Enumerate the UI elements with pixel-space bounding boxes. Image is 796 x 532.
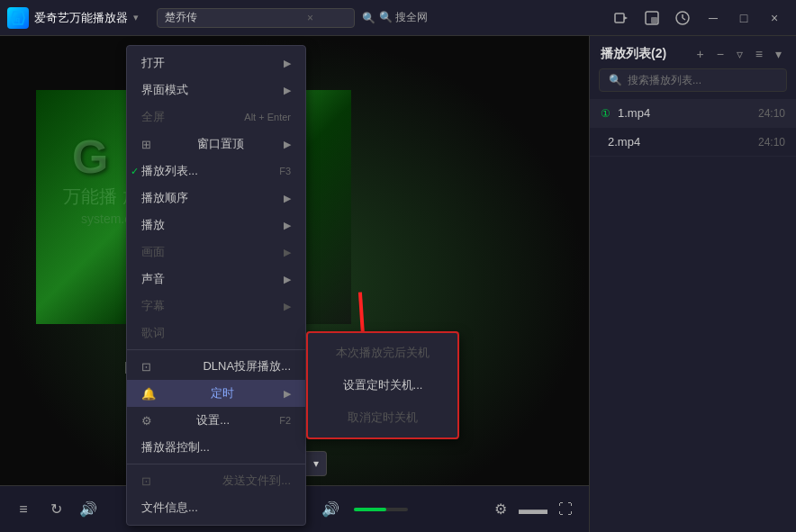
fullscreen-btn[interactable]: ⛶ (553, 497, 578, 522)
submenu-item-cancel-timer[interactable]: 取消定时关机 (308, 401, 457, 434)
svg-text:iq: iq (14, 15, 20, 23)
send-file-icon: ⊡ (141, 474, 151, 488)
menu-ui-mode-arrow: ▶ (284, 85, 291, 96)
menu-open-arrow: ▶ (284, 58, 291, 69)
sidebar-collapse-btn[interactable]: ▾ (772, 45, 785, 63)
playlist-item-1-name: 1.mp4 (618, 106, 758, 120)
menu-playlist-shortcut: F3 (279, 166, 291, 176)
playlist-item-2-duration: 24:10 (758, 136, 785, 149)
menu-settings-shortcut: F2 (279, 415, 291, 426)
menu-play-label: 播放 (141, 217, 165, 233)
menu-open-label: 打开 (141, 55, 165, 71)
menu-image-arrow: ▶ (284, 247, 291, 258)
volume-fill (354, 508, 386, 511)
menu-window-top-arrow: ▶ (284, 139, 291, 150)
dlna-icon: ⊡ (141, 360, 151, 374)
sidebar-search: 🔍 (599, 68, 787, 92)
menu-item-play-order[interactable]: 播放顺序 ▶ (127, 185, 305, 212)
menu-item-fullscreen[interactable]: 全屏 Alt + Enter (127, 104, 305, 131)
minimize-btn[interactable]: ─ (699, 5, 728, 31)
menu-item-window-top[interactable]: ⊞ 窗口置顶 ▶ (127, 131, 305, 158)
menu-item-subtitle[interactable]: 字幕 ▶ (127, 293, 305, 320)
svg-rect-5 (651, 17, 657, 23)
sidebar-filter-btn[interactable]: ▿ (733, 45, 746, 63)
barrage-btn[interactable]: ▬▬ (520, 497, 546, 522)
settings-menu-icon: ⚙ (141, 414, 152, 428)
maximize-btn[interactable]: □ (729, 5, 758, 31)
playlist-toggle-btn[interactable]: ≡ (11, 497, 36, 522)
menu-timer-arrow: ▶ (284, 388, 291, 400)
search-clear-btn[interactable]: × (307, 12, 313, 24)
menu-separator-1 (127, 349, 305, 350)
file-btn-dropdown[interactable]: ▾ (306, 451, 327, 476)
menu-play-order-arrow: ▶ (284, 193, 291, 204)
settings-ctrl-btn[interactable]: ⚙ (488, 497, 513, 522)
submenu-timer: 本次播放完后关机 设置定时关机... 取消定时关机 (306, 331, 459, 439)
menu-item-settings[interactable]: ⚙ 设置... F2 (127, 407, 305, 434)
search-bar: × (157, 8, 355, 28)
submenu-item-set-timer[interactable]: 设置定时关机... (308, 369, 457, 401)
menu-sound-label: 声音 (141, 271, 165, 287)
menu-item-image[interactable]: 画面 ▶ (127, 239, 305, 266)
playlist-item-1-duration: 24:10 (758, 107, 785, 120)
sidebar-remove-btn[interactable]: − (713, 45, 728, 63)
sidebar-search-icon: 🔍 (609, 74, 622, 86)
menu-item-send-file[interactable]: ⊡ 发送文件到... (127, 467, 305, 494)
app-logo-icon: iq (7, 7, 29, 29)
menu-item-play[interactable]: 播放 ▶ (127, 212, 305, 239)
menu-item-lyrics[interactable]: 歌词 (127, 320, 305, 347)
sidebar-list-btn[interactable]: ≡ (752, 45, 766, 63)
sidebar-search-input[interactable] (628, 74, 777, 86)
menu-image-label: 画面 (141, 244, 165, 260)
search-icon: 🔍 (362, 12, 375, 24)
menu-lyrics-label: 歌词 (141, 325, 165, 341)
record-btn[interactable] (607, 5, 636, 31)
menu-file-info-label: 文件信息... (141, 500, 198, 516)
menu-item-sound[interactable]: 声音 ▶ (127, 266, 305, 293)
menu-item-dlna[interactable]: ⊡ DLNA投屏播放... (127, 353, 305, 380)
menu-sound-arrow: ▶ (284, 274, 291, 285)
app-chevron: ▾ (133, 12, 139, 23)
menu-send-file-label: 发送文件到... (222, 473, 291, 489)
submenu-cancel-timer-label: 取消定时关机 (348, 410, 418, 424)
menu-ui-mode-label: 界面模式 (141, 82, 188, 98)
menu-playlist-label: 播放列表... (141, 163, 198, 179)
pip-btn[interactable] (638, 5, 666, 31)
context-menu: 打开 ▶ 界面模式 ▶ 全屏 Alt + Enter ⊞ 窗口置顶 ▶ 播放列表… (126, 45, 306, 526)
close-btn[interactable]: × (760, 5, 789, 31)
menu-window-top-label: 窗口置顶 (197, 136, 244, 152)
clock-btn[interactable] (668, 5, 697, 31)
menu-item-player-ctrl[interactable]: 播放器控制... (127, 434, 305, 461)
menu-item-timer[interactable]: 🔔 定时 ▶ (127, 380, 305, 407)
submenu-item-shutdown-after[interactable]: 本次播放完后关机 (308, 337, 457, 369)
playlist-item-2[interactable]: 2.mp4 24:10 (590, 128, 796, 157)
menu-item-file-info[interactable]: 文件信息... (127, 494, 305, 521)
sidebar: 播放列表(2) + − ▿ ≡ ▾ 🔍 ① 1.mp4 24:10 2.mp4 … (589, 36, 796, 532)
menu-item-ui-mode[interactable]: 界面模式 ▶ (127, 77, 305, 104)
sidebar-add-btn[interactable]: + (692, 45, 707, 63)
loop-btn[interactable]: ↻ (43, 497, 68, 522)
volume-btn[interactable]: 🔊 (318, 497, 343, 522)
menu-dlna-label: DLNA投屏播放... (203, 358, 291, 374)
menu-settings-label: 设置... (196, 412, 230, 428)
playlist-item-1[interactable]: ① 1.mp4 24:10 (590, 99, 796, 128)
search-input[interactable] (165, 12, 300, 24)
sidebar-title: 播放列表(2) (601, 46, 687, 62)
search-web-btn[interactable]: 🔍 🔍 搜全网 (355, 8, 435, 27)
volume-slider[interactable] (354, 508, 408, 511)
titlebar: iq 爱奇艺万能播放器 ▾ × 🔍 🔍 搜全网 ─ □ × (0, 0, 796, 36)
window-top-icon: ⊞ (141, 138, 151, 151)
menu-play-arrow: ▶ (284, 220, 291, 231)
menu-item-playlist[interactable]: 播放列表... F3 (127, 158, 305, 185)
playlist-item-1-num: ① (601, 107, 611, 120)
speaker-btn[interactable]: 🔊 (76, 497, 101, 522)
menu-play-order-label: 播放顺序 (141, 190, 188, 206)
menu-item-open[interactable]: 打开 ▶ (127, 50, 305, 77)
submenu-set-timer-label: 设置定时关机... (343, 378, 423, 392)
menu-fullscreen-shortcut: Alt + Enter (244, 112, 291, 122)
menu-subtitle-arrow: ▶ (284, 301, 291, 312)
submenu-shutdown-after-label: 本次播放完后关机 (336, 346, 430, 359)
app-logo[interactable]: iq 爱奇艺万能播放器 ▾ (7, 7, 139, 29)
menu-player-ctrl-label: 播放器控制... (141, 439, 210, 455)
svg-rect-2 (615, 14, 624, 23)
